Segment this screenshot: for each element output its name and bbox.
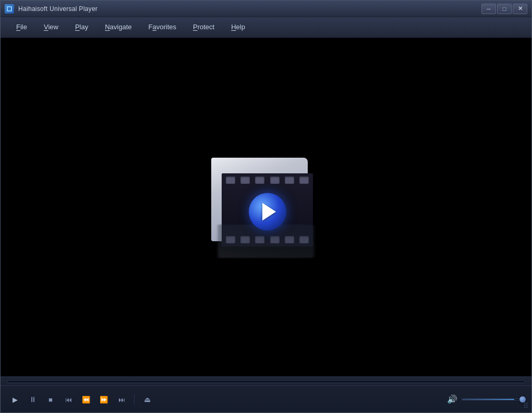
controls-left xyxy=(8,392,447,407)
app-logo-icon xyxy=(5,4,14,14)
prev-track-button[interactable] xyxy=(61,392,76,407)
menu-protect[interactable]: Protect xyxy=(186,21,222,33)
menu-navigate[interactable]: Navigate xyxy=(98,21,139,33)
control-separator xyxy=(134,394,135,405)
video-area xyxy=(1,37,531,377)
close-button[interactable]: ✕ xyxy=(513,4,527,14)
film-hole xyxy=(270,176,280,184)
window-title: Haihaisoft Universal Player xyxy=(18,5,98,13)
controls-right: 🔊 xyxy=(447,394,524,404)
menu-bar: File View Play Navigate Favorites Protec… xyxy=(1,17,531,37)
progress-bar[interactable] xyxy=(7,380,525,383)
menu-help-label: H xyxy=(231,23,236,31)
step-forward-button[interactable] xyxy=(96,392,111,407)
title-bar-buttons: ─ □ ✕ xyxy=(481,4,527,14)
volume-slider[interactable] xyxy=(462,398,524,400)
next-track-button[interactable] xyxy=(114,392,129,407)
menu-help[interactable]: Help xyxy=(224,21,252,33)
maximize-button[interactable]: □ xyxy=(497,4,512,14)
film-hole xyxy=(299,176,309,184)
film-hole xyxy=(226,176,235,184)
film-hole xyxy=(285,176,294,184)
play-circle-icon xyxy=(249,193,286,230)
app-icon-inner xyxy=(7,6,12,11)
title-bar-left: Haihaisoft Universal Player xyxy=(5,4,98,14)
menu-favorites-label: a xyxy=(152,23,156,31)
app-window: Haihaisoft Universal Player ─ □ ✕ File V… xyxy=(0,0,532,413)
play-triangle-icon xyxy=(262,203,276,220)
eject-icon xyxy=(144,395,151,404)
volume-fill xyxy=(462,399,514,400)
resize-handle[interactable]: ⠿ xyxy=(523,402,528,410)
minimize-button[interactable]: ─ xyxy=(481,4,496,14)
progress-area xyxy=(1,377,531,385)
volume-icon[interactable]: 🔊 xyxy=(447,394,457,404)
menu-favorites[interactable]: Favorites xyxy=(141,21,184,33)
film-hole xyxy=(240,176,250,184)
film-holes-top xyxy=(222,176,313,184)
play-icon xyxy=(13,395,18,404)
stop-icon xyxy=(49,395,53,404)
menu-file-label: F xyxy=(16,23,20,31)
menu-navigate-label: N xyxy=(105,23,110,31)
stop-button[interactable] xyxy=(43,392,58,407)
step-back-icon xyxy=(82,395,90,404)
title-bar: Haihaisoft Universal Player ─ □ ✕ xyxy=(1,1,531,17)
play-button[interactable] xyxy=(8,392,22,407)
media-placeholder-icon xyxy=(206,147,326,267)
eject-button[interactable] xyxy=(140,392,154,407)
pause-icon xyxy=(29,395,37,404)
pause-button[interactable] xyxy=(26,392,40,407)
step-back-button[interactable] xyxy=(79,392,93,407)
menu-play[interactable]: Play xyxy=(68,21,95,33)
next-track-icon xyxy=(118,395,125,404)
film-hole xyxy=(255,176,264,184)
menu-file[interactable]: File xyxy=(9,21,34,33)
prev-track-icon xyxy=(65,395,72,404)
menu-view[interactable]: View xyxy=(37,21,66,33)
menu-protect-label: P xyxy=(193,23,198,31)
controls-bar: 🔊 ⠿ xyxy=(1,385,531,412)
menu-play-label: P xyxy=(75,23,80,31)
step-forward-icon xyxy=(100,395,108,404)
